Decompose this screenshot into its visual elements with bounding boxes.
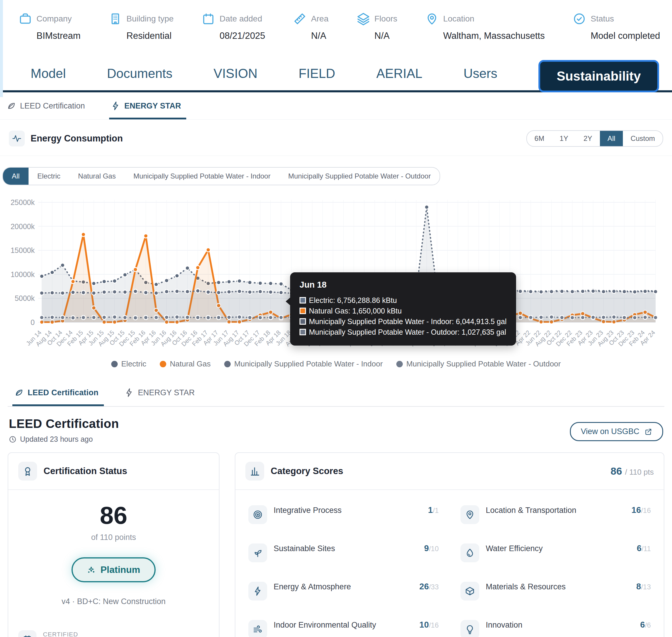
category-score: 10 (419, 620, 429, 630)
info-value: N/A (357, 31, 397, 41)
tooltip-row-water-outdoor: Municipally Supplied Potable Water - Out… (300, 327, 507, 337)
energy-consumption-section: Energy Consumption 6M 1Y 2Y All Custom A… (0, 120, 672, 368)
legend-dot (396, 361, 403, 367)
category-score: 9 (424, 544, 429, 553)
category-name: Location & Transportation (486, 506, 577, 515)
clock-icon (9, 436, 16, 443)
category-score: 16 (631, 505, 641, 515)
subtab-energy-star[interactable]: ENERGY STAR (109, 92, 187, 120)
external-link-icon (644, 427, 652, 436)
info-field-location: Location Waltham, Massachusetts (425, 12, 545, 41)
chip-natural-gas[interactable]: Natural Gas (69, 168, 124, 185)
info-value: Waltham, Massachusetts (425, 31, 545, 41)
legend-dot (111, 361, 118, 367)
legend-water-indoor[interactable]: Municipally Supplied Potable Water - Ind… (224, 359, 383, 368)
sustainability-subtabs-top: LEED Certification ENERGY STAR (0, 92, 672, 120)
map-pin-icon (460, 505, 479, 524)
category-row-materials-resources: Materials & Resources 8/13 (460, 582, 651, 601)
legend-electric[interactable]: Electric (111, 359, 146, 368)
chip-electric[interactable]: Electric (29, 168, 69, 185)
info-value: Model completed (573, 31, 660, 41)
card-title: Category Scores (271, 466, 343, 476)
category-scores-card: Category Scores 86 / 110 pts Integrative… (235, 452, 664, 637)
subtab-label: LEED Certification (20, 102, 85, 111)
tab-documents[interactable]: Documents (107, 66, 173, 81)
info-label: Floors (374, 14, 397, 23)
chip-water-outdoor[interactable]: Municipally Supplied Potable Water - Out… (279, 168, 440, 185)
total-score-number: 86 (611, 465, 622, 477)
tab-users[interactable]: Users (463, 66, 497, 81)
bolt-icon (111, 101, 120, 111)
category-score: 8 (636, 582, 641, 592)
sustainability-subtabs-bottom: LEED Certification ENERGY STAR (8, 379, 664, 407)
category-max: /16 (641, 506, 651, 515)
tooltip-row-water-indoor: Municipally Supplied Potable Water - Ind… (300, 316, 507, 327)
info-value: 08/21/2025 (202, 31, 265, 41)
subtab-leed-certification[interactable]: LEED Certification (12, 379, 104, 406)
category-name: Energy & Atmosphere (273, 582, 351, 592)
info-label: Status (590, 14, 614, 23)
category-score: 26 (419, 582, 429, 592)
time-range-control: 6M 1Y 2Y All Custom (526, 130, 663, 147)
water-indoor-swatch (300, 318, 306, 325)
button-label: View on USGBC (581, 427, 639, 436)
legend-natural-gas[interactable]: Natural Gas (160, 359, 211, 368)
range-custom[interactable]: Custom (623, 131, 662, 146)
category-row-indoor-environmental-quality: Indoor Environmental Quality 10/16 (248, 620, 439, 637)
info-label: Company (36, 14, 72, 23)
energy-consumption-header: Energy Consumption 6M 1Y 2Y All Custom (0, 120, 672, 156)
bolt-icon (248, 582, 267, 601)
platinum-badge: Platinum (71, 557, 155, 582)
leed-section-header: LEED Certification Updated 23 hours ago … (0, 407, 672, 443)
category-name: Innovation (486, 620, 523, 630)
tab-field[interactable]: FIELD (299, 66, 335, 81)
status-check-icon (573, 12, 586, 25)
info-value: N/A (293, 31, 328, 41)
chip-all[interactable]: All (3, 168, 29, 185)
range-1y[interactable]: 1Y (552, 131, 576, 146)
range-all[interactable]: All (600, 131, 623, 146)
leed-points-caption: of 110 points (20, 533, 207, 542)
category-name: Indoor Environmental Quality (273, 620, 376, 630)
category-max: /1 (433, 506, 439, 515)
tab-model[interactable]: Model (31, 66, 66, 81)
range-6m[interactable]: 6M (527, 131, 552, 146)
subtab-energy-star[interactable]: ENERGY STAR (123, 379, 200, 406)
sprout-icon (248, 544, 267, 562)
droplet-icon (460, 544, 479, 562)
info-label: Location (443, 14, 474, 23)
tooltip-row-natural-gas: Natural Gas: 1,650,000 kBtu (300, 306, 507, 316)
svg-text:15000k: 15000k (11, 246, 35, 254)
leaf-icon (6, 101, 16, 111)
activity-pulse-icon (9, 131, 25, 146)
category-score: 6 (637, 544, 641, 553)
svg-text:20000k: 20000k (11, 222, 35, 231)
info-field-company: Company BIMstream (19, 12, 81, 41)
subtab-label: LEED Certification (28, 388, 99, 397)
range-2y[interactable]: 2Y (576, 131, 600, 146)
info-label: Area (311, 14, 328, 23)
chart-tooltip: Jun 18 Electric: 6,756,288.86 kBtu Natur… (290, 272, 516, 346)
info-field-building-type: Building type Residential (109, 12, 174, 41)
info-field-date-added: Date added 08/21/2025 (202, 12, 265, 41)
legend-label: Municipally Supplied Potable Water - Ind… (234, 359, 383, 368)
tab-vision[interactable]: VISION (214, 66, 258, 81)
tooltip-text: Electric: 6,756,288.86 kBtu (309, 295, 397, 306)
svg-text:25000k: 25000k (11, 198, 35, 206)
category-score: 1 (428, 505, 433, 515)
category-max: /6 (645, 621, 651, 629)
tab-aerial[interactable]: AERIAL (376, 66, 423, 81)
category-row-location-transportation: Location & Transportation 16/16 (460, 505, 651, 524)
sparkles-icon (87, 566, 95, 575)
info-field-floors: Floors N/A (357, 12, 397, 41)
view-on-usgbc-button[interactable]: View on USGBC (570, 422, 663, 441)
info-label: Building type (126, 14, 174, 23)
chart-legend: Electric Natural Gas Municipally Supplie… (0, 359, 672, 368)
tooltip-text: Municipally Supplied Potable Water - Ind… (309, 316, 507, 327)
page-title: LEED Certification (9, 417, 119, 431)
tab-sustainability[interactable]: Sustainability (538, 60, 659, 92)
certification-status-card: Certification Status 86 of 110 points Pl… (8, 452, 219, 637)
subtab-leed-certification[interactable]: LEED Certification (5, 92, 90, 120)
chip-water-indoor[interactable]: Municipally Supplied Potable Water - Ind… (124, 168, 279, 185)
legend-water-outdoor[interactable]: Municipally Supplied Potable Water - Out… (396, 359, 561, 368)
